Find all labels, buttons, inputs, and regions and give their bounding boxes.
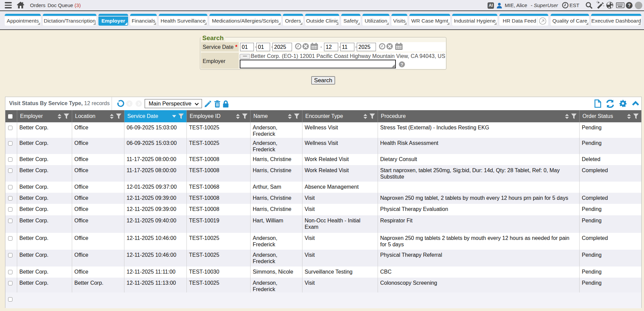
svg-text:?: ? xyxy=(401,62,403,67)
svg-text:?: ? xyxy=(628,3,631,8)
